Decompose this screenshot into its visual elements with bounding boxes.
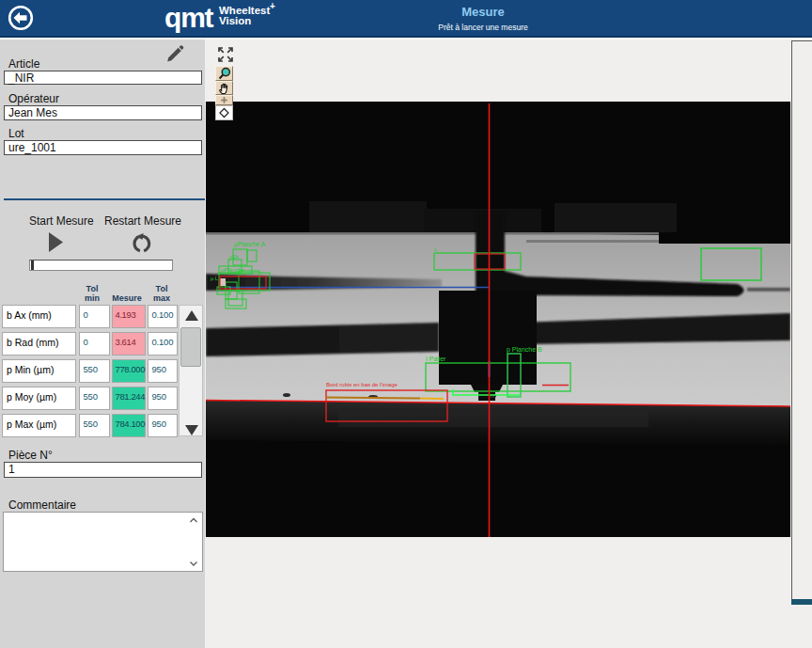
svg-text:l Palier: l Palier — [426, 356, 446, 362]
svg-text:p Planche B: p Planche B — [507, 346, 542, 354]
svg-text:µEb: µEb — [229, 254, 239, 260]
svg-text:Bord rubis en bas de l'image: Bord rubis en bas de l'image — [326, 382, 398, 387]
svg-text:µPlanche: µPlanche — [221, 267, 245, 273]
svg-text:µPlanche A: µPlanche A — [234, 241, 266, 248]
svg-text:µ L: µ L — [211, 276, 218, 281]
